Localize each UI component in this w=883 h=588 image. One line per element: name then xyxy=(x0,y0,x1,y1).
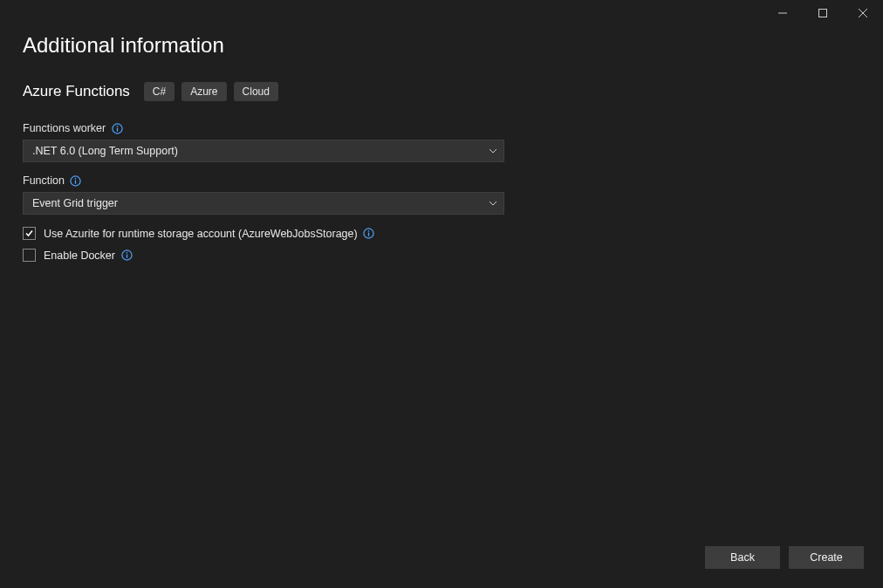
minimize-icon xyxy=(778,9,787,17)
svg-rect-9 xyxy=(75,180,76,183)
tag-cloud: Cloud xyxy=(234,82,278,101)
info-icon[interactable] xyxy=(111,122,123,134)
svg-point-11 xyxy=(368,230,370,232)
svg-rect-1 xyxy=(819,10,827,17)
check-icon xyxy=(24,229,34,238)
close-button[interactable] xyxy=(843,0,883,26)
svg-rect-15 xyxy=(126,255,127,258)
dialog-footer: Back Create xyxy=(705,546,864,569)
tag-azure: Azure xyxy=(181,82,226,101)
svg-point-5 xyxy=(116,125,118,126)
docker-checkbox-label: Enable Docker xyxy=(44,250,115,262)
tag-csharp: C# xyxy=(144,82,175,101)
azurite-checkbox-label: Use Azurite for runtime storage account … xyxy=(44,228,358,240)
azurite-checkbox[interactable] xyxy=(23,227,36,240)
functions-worker-label: Functions worker xyxy=(23,122,106,134)
project-tags: C# Azure Cloud xyxy=(144,82,278,101)
window-titlebar xyxy=(0,0,883,28)
chevron-down-icon xyxy=(489,202,496,206)
docker-checkbox[interactable] xyxy=(23,249,36,262)
maximize-icon xyxy=(818,9,827,17)
function-value: Event Grid trigger xyxy=(32,197,118,209)
svg-point-14 xyxy=(126,252,127,254)
create-button[interactable]: Create xyxy=(789,546,864,569)
functions-worker-value: .NET 6.0 (Long Term Support) xyxy=(32,145,178,157)
close-icon xyxy=(859,9,867,17)
function-field: Function Event Grid trigger xyxy=(23,174,860,215)
functions-worker-dropdown[interactable]: .NET 6.0 (Long Term Support) xyxy=(23,140,504,162)
project-header: Azure Functions C# Azure Cloud xyxy=(23,82,860,101)
function-dropdown[interactable]: Event Grid trigger xyxy=(23,192,504,215)
info-icon[interactable] xyxy=(70,174,82,187)
function-label: Function xyxy=(23,174,65,187)
svg-point-8 xyxy=(75,177,77,179)
svg-rect-6 xyxy=(117,127,118,131)
functions-worker-field: Functions worker .NET 6.0 (Long Term Sup… xyxy=(23,122,860,162)
project-subtitle: Azure Functions xyxy=(23,83,130,100)
azurite-checkbox-row: Use Azurite for runtime storage account … xyxy=(23,227,860,240)
maximize-button[interactable] xyxy=(803,0,843,26)
minimize-button[interactable] xyxy=(763,0,803,26)
info-icon[interactable] xyxy=(363,228,375,240)
docker-checkbox-row: Enable Docker xyxy=(23,249,860,262)
svg-rect-12 xyxy=(368,233,369,236)
back-button[interactable]: Back xyxy=(705,546,780,569)
chevron-down-icon xyxy=(489,149,496,154)
page-title: Additional information xyxy=(23,33,860,58)
info-icon[interactable] xyxy=(120,250,133,262)
